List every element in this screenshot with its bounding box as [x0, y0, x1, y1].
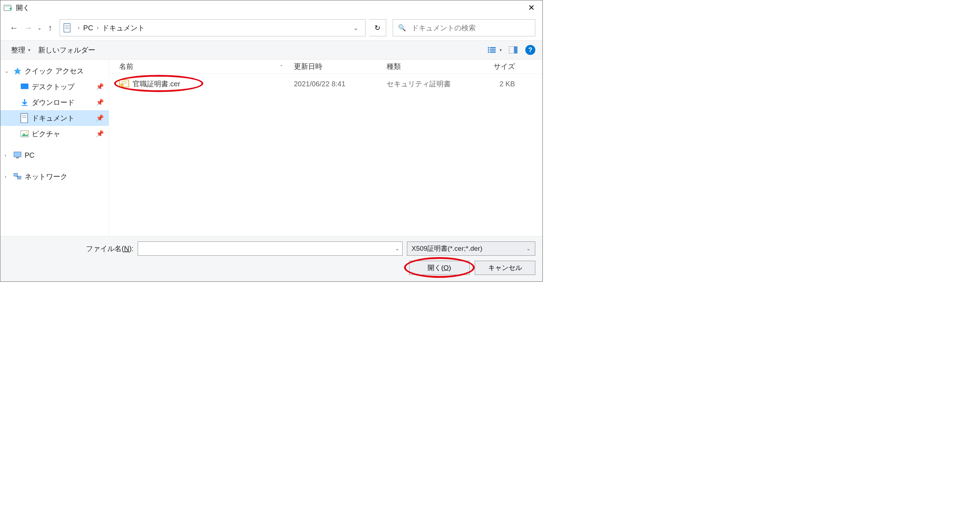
chevron-right-icon[interactable]: ›: [95, 25, 100, 31]
filename-input[interactable]: ⌄: [138, 241, 402, 256]
desktop-icon: [20, 82, 29, 91]
sort-indicator-icon: ⌃: [280, 64, 283, 69]
column-name[interactable]: 名前 ⌃: [119, 62, 294, 71]
svg-rect-25: [14, 152, 21, 157]
organize-menu[interactable]: 整理 ▼: [8, 44, 35, 56]
dialog-title: 開く: [16, 3, 523, 13]
file-row[interactable]: 官職証明書.cer 2021/06/22 8:41 セキュリティ証明書 2 KB: [109, 74, 542, 94]
address-dropdown-icon[interactable]: ⌄: [350, 25, 362, 31]
search-input[interactable]: 🔍 ドキュメントの検索: [393, 19, 535, 37]
sidebar-downloads[interactable]: ダウンロード 📌: [0, 94, 109, 110]
sidebar-quick-access[interactable]: ⌄ クイック アクセス: [0, 63, 109, 79]
svg-rect-1: [5, 6, 10, 7]
chevron-down-icon: ⌄: [527, 246, 531, 252]
navbar: ← → ⌄ ↑ › PC › ドキュメント ⌄ ↻ 🔍 ドキュメントの検索: [0, 15, 542, 40]
preview-pane-icon[interactable]: [508, 45, 519, 55]
document-icon: [64, 23, 71, 32]
toolbar: 整理 ▼ 新しいフォルダー ▼ ?: [0, 40, 542, 60]
forward-button[interactable]: →: [22, 21, 35, 34]
network-icon: [13, 172, 22, 181]
column-date[interactable]: 更新日時: [294, 62, 387, 71]
svg-rect-19: [21, 113, 27, 123]
pictures-icon: [20, 129, 29, 138]
downloads-icon: [20, 98, 29, 107]
pin-icon: 📌: [96, 99, 104, 106]
svg-rect-14: [514, 46, 517, 54]
svg-point-24: [26, 132, 27, 133]
footer: ファイル名(N): ⌄ X509証明書(*.cer;*.der) ⌄ 開く(O)…: [0, 236, 542, 281]
svg-rect-11: [488, 51, 489, 53]
back-button[interactable]: ←: [8, 21, 20, 34]
file-name: 官職証明書.cer: [133, 79, 180, 89]
breadcrumb-pc[interactable]: PC: [81, 24, 95, 32]
refresh-button[interactable]: ↻: [369, 19, 386, 37]
file-type: セキュリティ証明書: [387, 79, 472, 89]
chevron-down-icon[interactable]: ⌄: [395, 246, 399, 252]
titlebar: 開く ✕: [0, 0, 542, 15]
history-dropdown[interactable]: ⌄: [36, 25, 43, 31]
search-placeholder: ドキュメントの検索: [412, 23, 476, 33]
column-type[interactable]: 種類: [387, 62, 472, 71]
svg-rect-10: [490, 49, 496, 51]
pin-icon: 📌: [96, 130, 104, 138]
column-headers: 名前 ⌃ 更新日時 種類 サイズ: [109, 60, 542, 74]
sidebar-pictures[interactable]: ピクチャ 📌: [0, 126, 109, 142]
sidebar: ⌄ クイック アクセス デスクトップ 📌 ダウンロード 📌 ドキュメント 📌: [0, 60, 109, 236]
open-dialog: 開く ✕ ← → ⌄ ↑ › PC › ドキュメント ⌄ ↻ 🔍 ドキュメントの…: [0, 0, 543, 282]
svg-point-31: [121, 84, 123, 87]
pin-icon: 📌: [96, 83, 104, 91]
svg-marker-15: [14, 67, 21, 75]
svg-rect-26: [16, 157, 19, 158]
sidebar-network[interactable]: › ネットワーク: [0, 169, 109, 185]
sidebar-documents[interactable]: ドキュメント 📌: [0, 110, 109, 126]
svg-rect-27: [14, 173, 18, 176]
filetype-filter[interactable]: X509証明書(*.cer;*.der) ⌄: [407, 241, 535, 256]
search-icon: 🔍: [398, 24, 406, 32]
chevron-right-icon[interactable]: ›: [76, 25, 81, 31]
file-size: 2 KB: [472, 80, 522, 88]
svg-rect-16: [21, 84, 28, 89]
svg-rect-9: [488, 49, 489, 51]
new-folder-button[interactable]: 新しいフォルダー: [35, 44, 99, 56]
view-mode-group: ▼: [486, 45, 503, 55]
svg-rect-8: [490, 47, 496, 48]
open-button[interactable]: 開く(O): [409, 261, 470, 275]
help-button[interactable]: ?: [525, 45, 535, 55]
sidebar-pc[interactable]: › PC: [0, 147, 109, 163]
close-button[interactable]: ✕: [523, 0, 539, 15]
chevron-down-icon: ▼: [27, 48, 31, 52]
svg-rect-3: [64, 24, 70, 32]
view-details-icon[interactable]: [486, 45, 498, 55]
chevron-down-icon[interactable]: ▼: [499, 48, 503, 52]
breadcrumb-folder[interactable]: ドキュメント: [100, 23, 147, 33]
file-date: 2021/06/22 8:41: [294, 80, 387, 88]
document-icon: [20, 114, 29, 122]
filename-label: ファイル名(N):: [86, 244, 134, 253]
body: ⌄ クイック アクセス デスクトップ 📌 ダウンロード 📌 ドキュメント 📌: [0, 60, 542, 236]
file-list: 名前 ⌃ 更新日時 種類 サイズ 官職証明書.cer 2021/06/22 8:…: [109, 60, 542, 236]
dialog-icon: [3, 3, 13, 13]
svg-rect-12: [490, 51, 496, 53]
star-icon: [13, 67, 22, 75]
address-bar[interactable]: › PC › ドキュメント ⌄: [60, 19, 366, 37]
svg-rect-18: [22, 105, 27, 106]
cancel-button[interactable]: キャンセル: [475, 261, 535, 275]
pc-icon: [13, 151, 22, 159]
sidebar-desktop[interactable]: デスクトップ 📌: [0, 79, 109, 94]
svg-rect-7: [488, 47, 489, 48]
chevron-right-icon: ›: [5, 152, 10, 158]
chevron-down-icon: ⌄: [5, 68, 10, 74]
pin-icon: 📌: [96, 114, 104, 122]
column-size[interactable]: サイズ: [472, 62, 522, 71]
certificate-icon: [119, 80, 129, 88]
up-button[interactable]: ↑: [45, 21, 56, 34]
chevron-right-icon: ›: [5, 174, 10, 179]
